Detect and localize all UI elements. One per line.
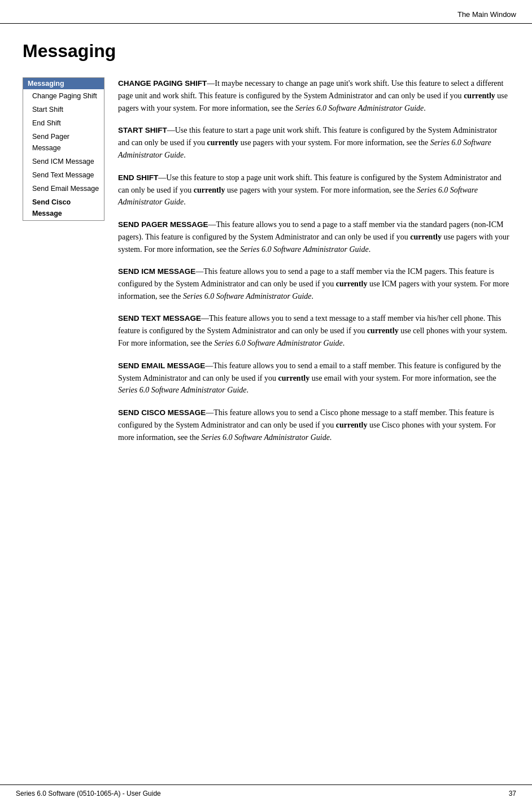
page-title: Messaging <box>23 41 509 62</box>
term-send-email-message: SEND EMAIL MESSAGE <box>118 361 205 370</box>
section-change-paging-shift-bold: currently <box>464 91 495 100</box>
sidebar-item-send-text-message[interactable]: Send Text Message <box>23 168 104 182</box>
section-send-cisco-message-italic: Series 6.0 Software Administrator Guide <box>201 433 330 442</box>
term-send-cisco-message: SEND CISCO MESSAGE <box>118 408 206 417</box>
footer-left: Series 6.0 Software (0510-1065-A) - User… <box>16 790 161 797</box>
section-send-email-message-body2: use email with your system. For more inf… <box>309 374 496 382</box>
footer-right: 37 <box>509 790 516 797</box>
section-send-cisco-message: SEND CISCO MESSAGE—This feature allows y… <box>118 407 509 443</box>
content-layout: Messaging Change Paging Shift Start Shif… <box>23 77 509 454</box>
section-send-email-message: SEND EMAIL MESSAGE—This feature allows y… <box>118 360 509 396</box>
section-send-text-message-bold: currently <box>367 326 399 335</box>
section-change-paging-shift: CHANGE PAGING SHIFT—It maybe necessary t… <box>118 77 509 114</box>
term-start-shift: START SHIFT <box>118 126 167 134</box>
sidebar-item-send-email-message[interactable]: Send Email Message <box>23 182 104 195</box>
section-send-pager-message: SEND PAGER MESSAGE—This feature allows y… <box>118 219 509 255</box>
main-text-area: CHANGE PAGING SHIFT—It maybe necessary t… <box>118 77 509 454</box>
sidebar-item-send-cisco-message[interactable]: Send Cisco Message <box>23 195 104 220</box>
section-end-shift: END SHIFT—Use this feature to stop a pag… <box>118 172 509 208</box>
section-send-email-message-bold: currently <box>278 374 309 382</box>
page-header: The Main Window <box>0 0 532 24</box>
sidebar: Messaging Change Paging Shift Start Shif… <box>23 77 104 221</box>
section-end-shift-body2: use pagers with your system. For more in… <box>225 186 416 194</box>
section-send-icm-message-bold: currently <box>336 280 368 288</box>
term-change-paging-shift: CHANGE PAGING SHIFT <box>118 79 207 88</box>
section-end-shift-bold: currently <box>194 186 225 194</box>
sidebar-item-send-pager-message[interactable]: Send Pager Message <box>23 130 104 155</box>
section-send-email-message-italic: Series 6.0 Software Administrator Guide <box>118 386 247 394</box>
section-send-text-message: SEND TEXT MESSAGE—This feature allows yo… <box>118 312 509 349</box>
section-send-text-message-italic: Series 6.0 Software Administrator Guide <box>214 339 343 347</box>
sidebar-item-change-paging-shift[interactable]: Change Paging Shift <box>23 89 104 103</box>
section-send-pager-message-italic: Series 6.0 Software Administrator Guide <box>240 245 369 254</box>
section-start-shift: START SHIFT—Use this feature to start a … <box>118 124 509 161</box>
term-send-text-message: SEND TEXT MESSAGE <box>118 314 201 322</box>
section-send-icm-message: SEND ICM MESSAGE—This feature allows you… <box>118 265 509 302</box>
term-end-shift: END SHIFT <box>118 173 158 182</box>
sidebar-item-end-shift[interactable]: End Shift <box>23 116 104 130</box>
sidebar-item-start-shift[interactable]: Start Shift <box>23 103 104 116</box>
sidebar-heading: Messaging <box>23 78 104 89</box>
section-start-shift-body2: use pagers with your system. For more in… <box>238 138 430 147</box>
sidebar-item-send-icm-message[interactable]: Send ICM Message <box>23 155 104 168</box>
main-content: Messaging Messaging Change Paging Shift … <box>0 24 532 487</box>
section-change-paging-shift-italic: Series 6.0 Software Administrator Guide <box>295 104 424 112</box>
section-send-icm-message-italic: Series 6.0 Software Administrator Guide <box>183 292 312 300</box>
section-start-shift-bold: currently <box>207 138 238 147</box>
term-send-icm-message: SEND ICM MESSAGE <box>118 267 195 276</box>
header-title: The Main Window <box>457 10 516 19</box>
term-send-pager-message: SEND PAGER MESSAGE <box>118 220 208 229</box>
section-send-cisco-message-bold: currently <box>336 421 368 429</box>
page-footer: Series 6.0 Software (0510-1065-A) - User… <box>0 784 532 802</box>
section-send-pager-message-bold: currently <box>410 233 442 241</box>
